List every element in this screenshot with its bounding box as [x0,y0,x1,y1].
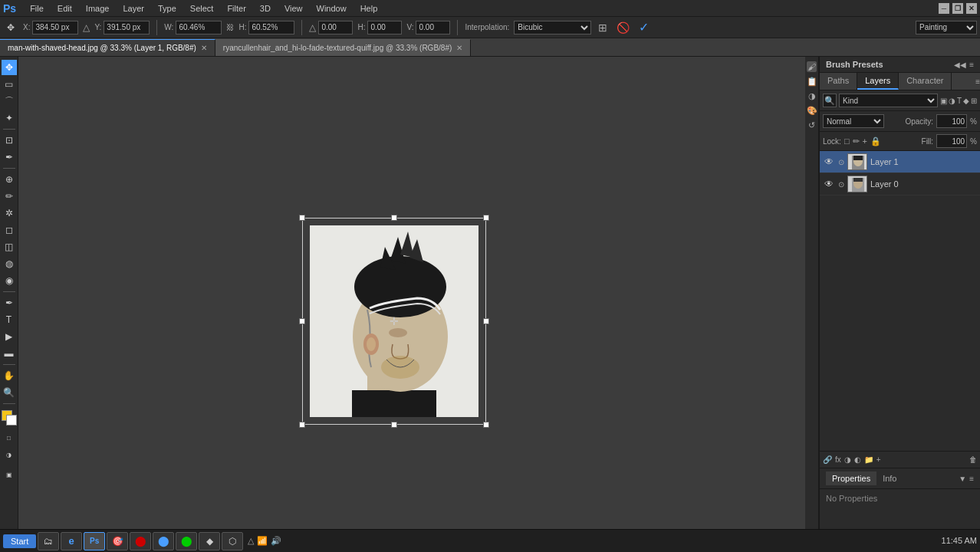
link-layers-btn[interactable]: 🔗 [823,455,832,464]
taskbar-app-ps[interactable]: Ps [84,532,105,550]
quick-mask-btn[interactable]: ◑ [2,447,17,462]
h2-input[interactable] [367,21,402,34]
zoom-btn[interactable]: 🔍 [2,385,17,400]
new-adjustment-btn[interactable]: ◐ [854,455,861,464]
minimize-button[interactable]: ─ [939,3,949,14]
fill-input[interactable] [936,134,967,148]
handle-top-middle[interactable] [391,215,397,221]
dodge-btn[interactable]: ◉ [2,273,17,288]
panel-strip-history[interactable]: ↺ [808,120,815,130]
lock-transparent-icon[interactable]: □ [844,136,850,146]
layer-1-visibility[interactable]: 👁 [824,156,835,167]
confirm-transform-button[interactable]: ✓ [636,20,651,34]
clone-stamp-btn[interactable]: ✲ [2,205,17,221]
layers-panel-menu[interactable]: ≡ [975,73,980,90]
filter-adjust-btn[interactable]: ◑ [949,97,955,105]
interpolation-select[interactable]: Bicubic Nearest Neighbor Bilinear [514,21,591,34]
lasso-btn[interactable]: ⌒ [2,94,17,109]
lock-position-icon[interactable]: + [863,136,867,146]
blur-btn[interactable]: ◍ [2,256,17,271]
handle-top-right[interactable] [483,215,489,221]
close-button[interactable]: ✕ [966,3,977,14]
panel-strip-adjustments[interactable]: ◑ [808,91,816,101]
filter-shape-btn[interactable]: ◆ [963,97,969,105]
properties-tab[interactable]: Properties [826,472,876,485]
gradient-btn[interactable]: ◫ [2,239,17,255]
handle-bottom-left[interactable] [299,422,305,428]
new-layer-btn[interactable]: + [876,455,881,464]
filter-pixel-btn[interactable]: ▣ [940,97,947,105]
tab-secondary-close[interactable]: ✕ [456,44,462,52]
menu-filter[interactable]: Filter [221,2,252,15]
crop-btn[interactable]: ⊡ [2,133,17,148]
tab-secondary[interactable]: ryancullenhair_and_hi-lo-fade-textured-q… [215,39,471,56]
panel-strip-brushpresets[interactable]: 🖌 [807,61,817,72]
w-input[interactable] [176,21,222,34]
panel-strip-styles[interactable]: 🎨 [807,106,817,116]
properties-menu-btn[interactable]: ≡ [969,475,974,483]
menu-window[interactable]: Window [311,2,353,15]
background-color-swatch[interactable] [6,415,17,426]
brush-presets-menu[interactable]: ≡ [969,61,974,69]
panel-strip-layers[interactable]: 📋 [807,77,817,87]
add-mask-btn[interactable]: ◑ [844,455,851,464]
paths-tab[interactable]: Paths [820,73,857,90]
eraser-btn[interactable]: ◻ [2,222,17,238]
tab-main[interactable]: man-with-shaved-head.jpg @ 33.3% (Layer … [0,39,215,56]
taskbar-app-explorer[interactable]: 🗂 [38,532,59,550]
add-layer-style-btn[interactable]: fx [835,455,841,464]
eyedropper-btn[interactable]: ✒ [2,150,17,165]
rectangle-shape-btn[interactable]: ▬ [2,346,17,361]
character-tab[interactable]: Character [899,73,952,90]
start-button[interactable]: Start [3,534,36,548]
lock-image-icon[interactable]: ✏ [853,136,860,146]
delete-layer-btn[interactable]: 🗑 [969,455,977,464]
restore-button[interactable]: ❐ [952,3,963,14]
x-input[interactable] [32,21,78,34]
spot-healing-btn[interactable]: ⊕ [2,172,17,187]
handle-bottom-middle[interactable] [391,422,397,428]
screen-mode-btn[interactable]: ▣ [2,467,17,482]
workspace-select[interactable]: Painting Essentials Photography [916,21,977,34]
brush-btn[interactable]: ✏ [2,189,17,204]
menu-select[interactable]: Select [184,2,220,15]
handle-middle-right[interactable] [483,318,489,324]
taskbar-app-misc4[interactable]: ⬤ [176,532,197,550]
properties-collapse-btn[interactable]: ▼ [959,475,966,483]
handle-top-left[interactable] [299,215,305,221]
layers-tab[interactable]: Layers [857,73,899,90]
hand-btn[interactable]: ✋ [2,368,17,383]
move-tool-options[interactable]: ✥ [3,20,18,35]
handle-middle-left[interactable] [299,318,305,324]
angle-input[interactable] [318,21,353,34]
pen-btn[interactable]: ✒ [2,295,17,310]
layer-0-item[interactable]: 👁 ⊙ Layer 0 [820,173,980,196]
brush-presets-expand[interactable]: ◀◀ [954,61,966,69]
opacity-input[interactable] [936,114,967,128]
path-selection-btn[interactable]: ▶ [2,329,17,344]
taskbar-app-ie[interactable]: e [61,532,82,550]
handle-bottom-right[interactable] [483,422,489,428]
cancel-transform-button[interactable]: 🚫 [614,21,632,34]
layer-0-visibility[interactable]: 👁 [824,179,835,189]
v-input[interactable] [416,21,450,34]
layers-kind-select[interactable]: Kind Name Effect [839,94,938,107]
menu-edit[interactable]: Edit [51,2,78,15]
rectangle-select-btn[interactable]: ▭ [2,77,17,92]
menu-image[interactable]: Image [80,2,116,15]
new-group-btn[interactable]: 📁 [864,455,873,464]
layer-1-item[interactable]: 👁 ⊙ Layer 1 [820,151,980,173]
filter-type-btn[interactable]: T [957,97,962,105]
filter-smart-btn[interactable]: ⊞ [971,97,977,105]
y-input[interactable] [104,21,150,34]
lock-all-icon[interactable]: 🔒 [870,136,881,146]
menu-file[interactable]: File [24,2,50,15]
tab-main-close[interactable]: ✕ [201,44,207,52]
warp-options-button[interactable]: ⊞ [596,21,610,34]
info-tab[interactable]: Info [876,472,903,485]
taskbar-app-misc6[interactable]: ⬡ [222,532,243,550]
edit-mode-btn[interactable]: □ [2,430,17,445]
magic-wand-btn[interactable]: ✦ [2,110,17,126]
move-tool-btn[interactable]: ✥ [2,60,17,75]
type-btn[interactable]: T [2,312,17,327]
